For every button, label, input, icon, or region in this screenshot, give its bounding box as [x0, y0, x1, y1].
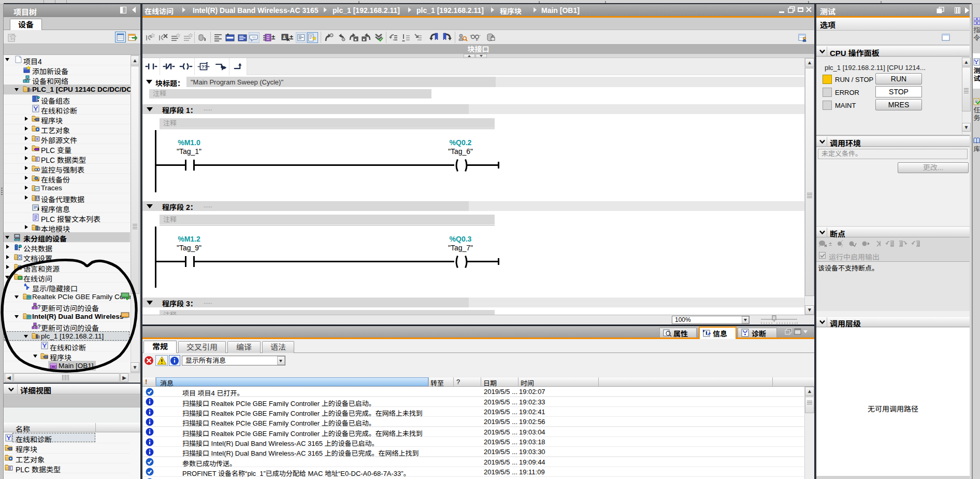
svg-text:?: ? — [37, 323, 41, 330]
svg-text:??: ?? — [201, 64, 207, 69]
svg-text:?: ? — [37, 304, 41, 310]
svg-text:±: ± — [829, 241, 832, 247]
